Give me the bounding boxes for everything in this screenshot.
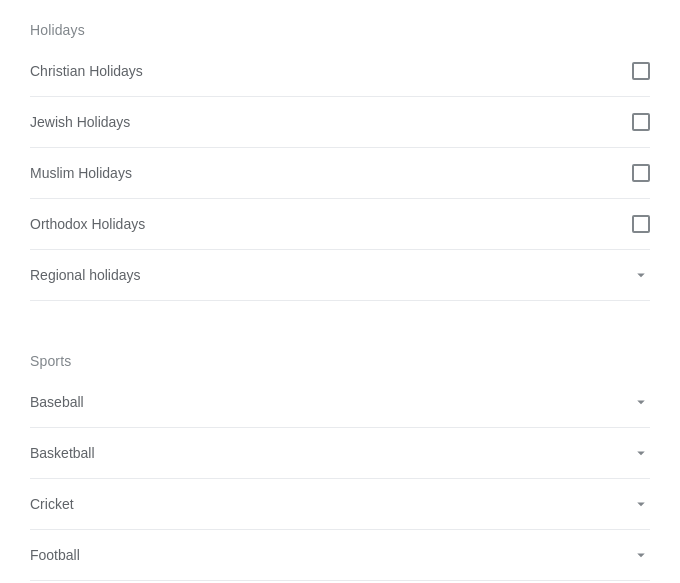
chevron-down-icon (632, 266, 650, 284)
sport-label-baseball: Baseball (30, 394, 84, 410)
holiday-item-muslim[interactable]: Muslim Holidays (30, 148, 650, 199)
section-divider (30, 301, 650, 331)
chevron-down-icon-basketball (632, 444, 650, 462)
holiday-item-orthodox[interactable]: Orthodox Holidays (30, 199, 650, 250)
holidays-section-title: Holidays (30, 10, 650, 46)
sport-label-basketball: Basketball (30, 445, 95, 461)
holiday-label-christian: Christian Holidays (30, 63, 143, 79)
sport-item-baseball[interactable]: Baseball (30, 377, 650, 428)
checkbox-muslim[interactable] (632, 164, 650, 182)
chevron-down-icon-baseball (632, 393, 650, 411)
sports-section: Sports Baseball Basketball Cricket (30, 341, 650, 581)
holiday-item-regional[interactable]: Regional holidays (30, 250, 650, 301)
sport-item-basketball[interactable]: Basketball (30, 428, 650, 479)
checkbox-christian[interactable] (632, 62, 650, 80)
holidays-section: Holidays Christian Holidays Jewish Holid… (30, 10, 650, 301)
checkbox-orthodox[interactable] (632, 215, 650, 233)
holiday-item-christian[interactable]: Christian Holidays (30, 46, 650, 97)
holiday-label-regional: Regional holidays (30, 267, 141, 283)
sport-item-cricket[interactable]: Cricket (30, 479, 650, 530)
main-container: Holidays Christian Holidays Jewish Holid… (10, 0, 670, 583)
sport-label-cricket: Cricket (30, 496, 74, 512)
chevron-down-icon-football (632, 546, 650, 564)
holiday-label-jewish: Jewish Holidays (30, 114, 130, 130)
chevron-down-icon-cricket (632, 495, 650, 513)
holiday-item-jewish[interactable]: Jewish Holidays (30, 97, 650, 148)
sport-label-football: Football (30, 547, 80, 563)
holiday-label-orthodox: Orthodox Holidays (30, 216, 145, 232)
checkbox-jewish[interactable] (632, 113, 650, 131)
holiday-label-muslim: Muslim Holidays (30, 165, 132, 181)
sports-section-title: Sports (30, 341, 650, 377)
sport-item-football[interactable]: Football (30, 530, 650, 581)
